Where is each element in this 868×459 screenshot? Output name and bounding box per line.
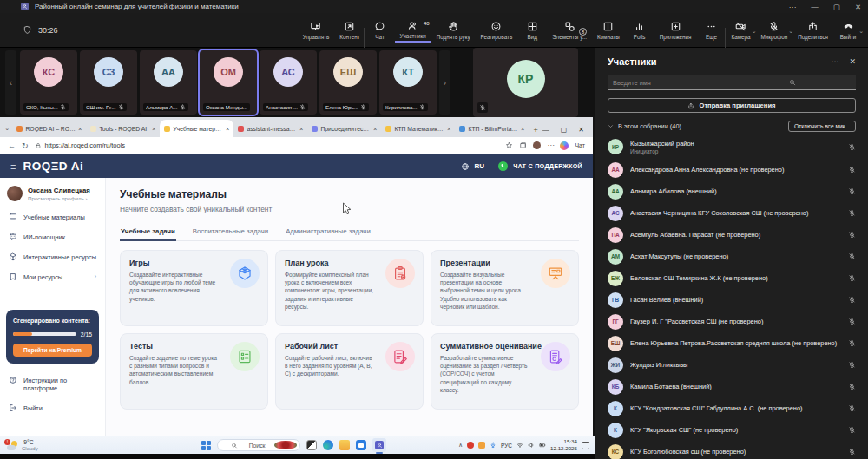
video-tile[interactable]: ОМ Оксана Менды... — [200, 50, 257, 115]
sidebar-item[interactable]: Учебные материалы — [0, 207, 105, 227]
tool-card[interactable]: Рабочий лист Создайте рабочий лист, вклю… — [275, 333, 424, 410]
stage-video-tile[interactable]: КР — [473, 48, 578, 117]
hidden-icons-chevron[interactable]: ∧ — [458, 442, 463, 449]
new-tab-button[interactable]: + — [529, 123, 542, 137]
video-tile[interactable]: КС СКО, Кызы... — [20, 50, 77, 115]
minimize-icon[interactable]: — — [542, 126, 549, 134]
tab-search-icon[interactable]: ⌄ — [2, 120, 12, 137]
mic-off-icon[interactable] — [848, 296, 856, 304]
sidebar-item[interactable]: Мои ресурсы › — [0, 267, 105, 287]
toolbar-button[interactable]: Реагировать — [476, 17, 518, 43]
tool-card[interactable]: План урока Формируйте комплексный план у… — [275, 250, 424, 326]
tray-app-icon-red[interactable] — [467, 442, 474, 449]
browser-profile-avatar[interactable] — [533, 141, 541, 149]
file-explorer-icon[interactable] — [339, 440, 350, 450]
video-tile[interactable]: ЕШ Елена Юрь... — [319, 50, 377, 115]
mute-all-button[interactable]: Отключить все мик... — [788, 121, 856, 132]
browser-tab[interactable]: КТП - BilimPortal - Об × — [455, 120, 529, 137]
minimize-icon[interactable]: — — [811, 3, 819, 11]
mic-off-icon[interactable] — [848, 448, 856, 456]
toolbar-button[interactable]: Приложения — [654, 17, 697, 43]
mic-off-icon[interactable] — [848, 231, 856, 239]
close-tab-icon[interactable]: × — [299, 125, 303, 133]
mic-off-icon[interactable] — [848, 166, 856, 174]
edge-browser-icon[interactable] — [323, 440, 333, 450]
more-icon[interactable]: ⋯ — [547, 141, 554, 149]
video-tile[interactable]: АА Альмира А... — [140, 50, 197, 115]
mic-off-icon[interactable] — [848, 187, 856, 195]
content-tab[interactable]: Учебные задачи — [120, 227, 176, 241]
content-tab[interactable]: Воспитательные задачи — [192, 227, 269, 240]
address-bar[interactable]: https://ai.roqed.com/ru/tools — [35, 141, 500, 149]
mic-off-icon[interactable] — [848, 274, 856, 282]
toolbar-button[interactable]: Участники 40 — [395, 17, 431, 43]
refresh-icon[interactable]: ↻ — [22, 141, 29, 150]
participant-row[interactable]: ГГ Гаузер И. Г "Рассветская СШ (не прове… — [595, 311, 868, 332]
toolbar-button[interactable]: Чат — [365, 17, 395, 43]
browser-tab[interactable]: КТП Математика 5 кл × — [381, 120, 455, 137]
participant-row[interactable]: КС КГУ Боголюбовская сш (не проверено) — [595, 441, 868, 459]
star-icon[interactable] — [505, 141, 513, 149]
mic-off-icon[interactable] — [848, 252, 856, 260]
participant-row[interactable]: К КГУ "Якорьская СШ" (не проверено) — [595, 419, 868, 441]
sidebar-item[interactable]: Интерактивные ресурсы — [0, 247, 105, 267]
content-tab[interactable]: Административные задачи — [285, 227, 372, 240]
participant-row[interactable]: КБ Камила Ботаева (внешний) — [595, 376, 868, 397]
view-profile-link[interactable]: Просмотреть профиль › — [28, 195, 90, 201]
clock[interactable]: 15:34 12.12.2025 — [550, 438, 577, 452]
participant-row[interactable]: К КГУ "Кондратовская СШ" Габдуллина А.С.… — [595, 397, 868, 419]
participant-row[interactable]: ЕШ Елена Юрьевна Петрова.Рассветская сре… — [595, 332, 868, 354]
copilot-icon[interactable] — [560, 141, 569, 150]
menu-icon[interactable]: ≡ — [10, 161, 16, 172]
browser-tab[interactable]: ROQED AI – ROQED × — [12, 120, 86, 137]
keyboard-language[interactable]: РУС — [501, 443, 512, 449]
mic-off-icon[interactable] — [848, 143, 856, 151]
toolbar-button[interactable]: Вид — [517, 17, 547, 43]
mic-off-icon[interactable] — [848, 426, 856, 434]
mic-off-icon[interactable] — [848, 318, 856, 325]
participant-row[interactable]: ПА Асемгуль Абаевна. Парасат (не провере… — [595, 224, 868, 246]
user-profile[interactable]: Оксана Слипецкая Просмотреть профиль › — [0, 178, 105, 207]
maximize-icon[interactable]: ▢ — [833, 3, 840, 11]
maximize-icon[interactable]: ▢ — [561, 126, 568, 134]
mic-off-icon[interactable] — [848, 361, 856, 369]
close-tab-icon[interactable]: × — [373, 125, 377, 133]
close-tab-icon[interactable]: × — [521, 125, 524, 133]
participant-row[interactable]: ЖИ Жулдыз Игликкызы — [595, 354, 868, 376]
participant-row[interactable]: ГВ Гасан Велиев (внешний) — [595, 289, 868, 311]
close-tab-icon[interactable]: × — [152, 125, 155, 133]
participant-row[interactable]: АА Альмира Абилова (внешний) — [595, 180, 868, 202]
battery-icon[interactable] — [539, 442, 546, 449]
toolbar-button[interactable]: Элементы у... 8 — [547, 17, 592, 43]
premium-button[interactable]: Перейти на Premium — [13, 344, 92, 357]
mic-off-icon[interactable] — [848, 339, 856, 347]
sidebar-item[interactable]: ИИ-помощник — [0, 227, 105, 247]
browser-tab[interactable]: Tools - ROQED AI × — [86, 120, 160, 137]
participant-row[interactable]: АМ Асхат Максутулы (не проверено) — [595, 246, 868, 267]
mic-off-icon[interactable] — [848, 209, 856, 217]
mic-off-icon[interactable] — [848, 383, 856, 390]
toolbar-button[interactable]: Микрофон ⌄ — [756, 17, 793, 43]
browser-chat-label[interactable]: Чат — [575, 142, 585, 148]
volume-icon[interactable] — [528, 442, 535, 449]
mic-off-icon[interactable] — [848, 404, 856, 412]
start-button[interactable] — [201, 441, 211, 450]
send-invite-button[interactable]: Отправка приглашения — [608, 98, 856, 113]
participant-search-input[interactable]: Введите имя — [608, 75, 856, 90]
participant-row[interactable]: АС Анастасия Черницина КГУ Соколовская С… — [595, 202, 868, 224]
chevron-down-icon[interactable]: ⌄ — [857, 28, 865, 35]
toolbar-button[interactable]: Polls — [625, 17, 654, 43]
weather-widget[interactable]: ! -9°C Cloudy — [7, 439, 38, 452]
whatsapp-icon[interactable] — [498, 161, 508, 171]
language-selector[interactable]: RU — [475, 162, 485, 170]
toolbar-button[interactable]: Выйти ⌄ — [833, 17, 863, 43]
browser-tab[interactable]: assistant-message-202 × — [233, 120, 307, 137]
close-icon[interactable]: ✕ — [578, 126, 584, 134]
toolbar-button[interactable]: Контент — [334, 17, 365, 43]
sidebar-footer-item[interactable]: Выйти — [0, 398, 105, 418]
toolbar-button[interactable]: Камера ⌄ — [727, 17, 756, 43]
tool-card[interactable]: Презентации Создавайте визуальные презен… — [431, 250, 579, 326]
browser-tab[interactable]: Учебные материалы × — [160, 120, 233, 137]
globe-icon[interactable] — [461, 162, 470, 171]
close-icon[interactable]: ✕ — [855, 3, 861, 11]
